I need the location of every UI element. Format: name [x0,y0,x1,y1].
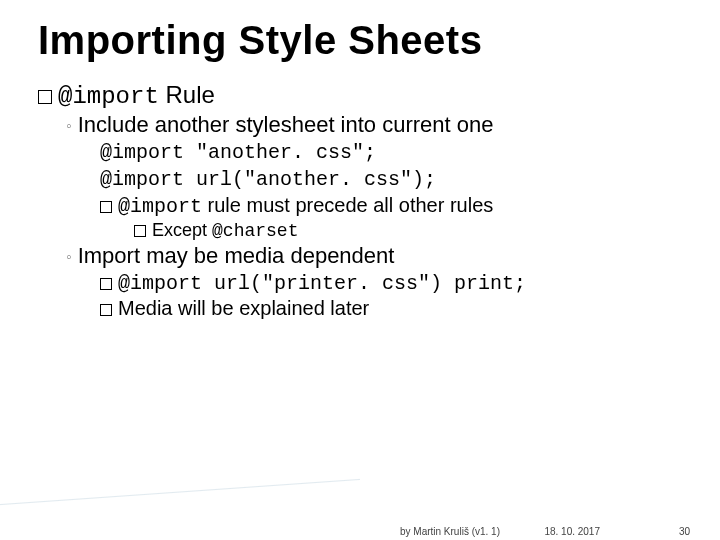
bullet-box-icon [100,278,112,290]
bullet-lvl4-except: Except @charset [134,220,682,241]
slide: Importing Style Sheets @import Rule ◦Inc… [0,0,720,540]
text-except: Except [152,220,212,240]
bullet-box-icon [134,225,146,237]
diamond-bullet-icon: ◦ [66,248,72,265]
bullet-lvl2-include: ◦Include another stylesheet into current… [66,112,682,138]
text-include: Include another stylesheet into current … [78,112,494,137]
text-rule: Rule [159,81,215,108]
code-import: @import [58,83,159,110]
code-charset: @charset [212,221,298,241]
bullet-lvl3-precede: @import rule must precede all other rule… [100,194,682,218]
bullet-lvl2-media: ◦Import may be media dependent [66,243,682,269]
text-media-dep: Import may be media dependent [78,243,395,268]
decorative-wedge [0,478,360,506]
bullet-box-icon [100,304,112,316]
text-precede: rule must precede all other rules [202,194,493,216]
code-printer: @import url("printer. css") print; [118,272,526,295]
footer-page-number: 30 [679,526,690,537]
diamond-bullet-icon: ◦ [66,117,72,134]
footer-date: 18. 10. 2017 [544,526,600,537]
code-line-1: @import "another. css"; [100,140,682,165]
bullet-lvl1-import-rule: @import Rule [38,81,682,110]
bullet-box-icon [100,201,112,213]
bullet-lvl3-later: Media will be explained later [100,297,682,320]
code-line-2: @import url("another. css"); [100,167,682,192]
text-later: Media will be explained later [118,297,369,319]
slide-title: Importing Style Sheets [38,18,682,63]
bullet-lvl3-printer: @import url("printer. css") print; [100,271,682,295]
footer-author: by Martin Kruliš (v1. 1) [400,526,500,537]
code-import-2: @import [118,195,202,218]
bullet-box-icon [38,90,52,104]
